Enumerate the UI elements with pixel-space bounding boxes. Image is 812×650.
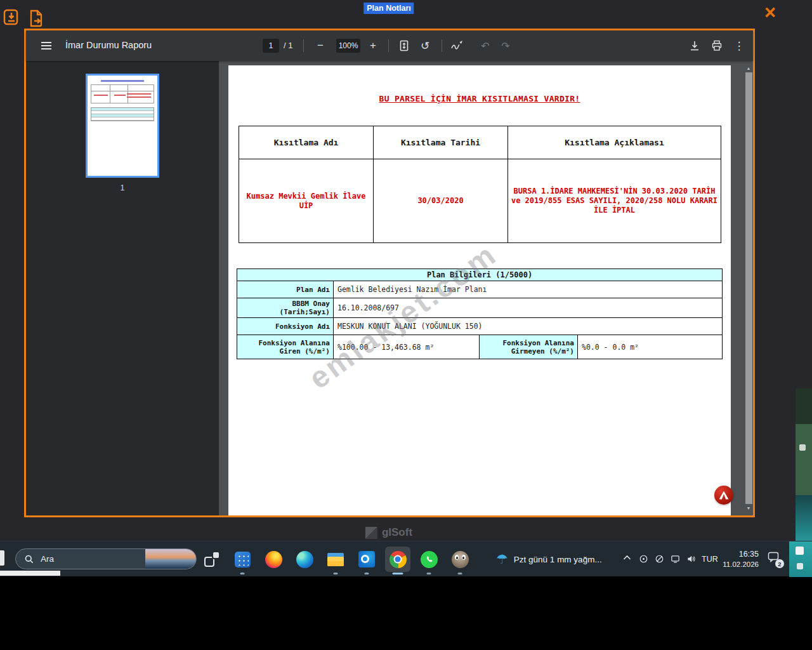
vertical-scrollbar[interactable]: ▲ ▼ (745, 65, 752, 512)
zoom-level[interactable]: 100% (336, 39, 360, 53)
close-icon[interactable]: × (760, 1, 780, 24)
fit-page-icon[interactable] (395, 37, 413, 55)
viewer-body: 1 BU PARSEL İÇİN İMAR KISITLAMASI VARDIR… (26, 61, 753, 515)
weather-widget[interactable]: ☂ Pzt günü 1 mm yağm... (496, 548, 602, 571)
map-marker-icon (799, 444, 806, 451)
row-value: Gemlik Belediyesi Nazım İmar Planı (334, 281, 723, 298)
annotate-pen-icon[interactable] (448, 37, 466, 55)
plan-info-table: Plan Bilgileri (1/5000) Plan Adı Gemlik … (237, 269, 723, 359)
restriction-description: BURSA 1.İDARE MAHKEMESİ'NİN 30.03.2020 T… (508, 159, 721, 243)
weather-text: Pzt günü 1 mm yağm... (514, 555, 602, 564)
pdf-toolbar: İmar Durumu Raporu 1 / 1 − 100% + ↺ (26, 30, 753, 61)
edge-icon (296, 551, 313, 568)
pdf-page: BU PARSEL İÇİN İMAR KISITLAMASI VARDIR! … (228, 65, 731, 515)
taskbar-search[interactable]: Ara (15, 548, 197, 569)
zoom-out-button[interactable]: − (311, 37, 329, 55)
scroll-up-icon[interactable]: ▲ (747, 65, 751, 72)
column-header: Kısıtlama Tarihi (374, 126, 508, 159)
search-icon (24, 554, 34, 564)
zoom-in-button[interactable]: + (364, 37, 382, 55)
outlook-button[interactable] (354, 547, 379, 572)
map-control-icon (797, 563, 803, 569)
map-fragment (796, 388, 812, 424)
chrome-button[interactable] (385, 547, 410, 572)
umbrella-icon: ☂ (496, 552, 508, 567)
whatsapp-button[interactable] (416, 547, 442, 572)
task-view-button[interactable] (199, 547, 224, 572)
edge-button[interactable] (292, 547, 317, 572)
security-icon[interactable] (638, 554, 648, 564)
document-area: BU PARSEL İÇİN İMAR KISITLAMASI VARDIR! … (219, 61, 753, 515)
rotate-icon[interactable]: ↺ (416, 37, 434, 55)
restriction-name: Kumsaz Mevkii Gemlik İlave UİP (239, 159, 374, 243)
ms-apps-button[interactable] (230, 547, 255, 572)
column-header: Kısıtlama Adı (239, 126, 374, 159)
search-label: Ara (41, 554, 145, 564)
thumbnail-sidebar: 1 (26, 61, 219, 515)
display-icon[interactable] (670, 554, 680, 564)
notification-count-badge: 2 (775, 559, 784, 568)
toolbar-right-cluster: ⋮ (686, 37, 748, 55)
gisoft-logo-icon (365, 527, 377, 539)
page-total-label: / 1 (284, 41, 292, 50)
gisoft-label: gISoft (382, 526, 412, 539)
time-label: 16:35 (718, 549, 759, 560)
taskbar-apps (199, 547, 473, 572)
redo-icon[interactable]: ↷ (497, 37, 514, 55)
map-fragment (789, 541, 812, 577)
download-tray-icon[interactable] (3, 8, 20, 29)
row-value: %0.0 - 0.0 m² (578, 335, 723, 359)
restriction-table: Kısıtlama Adı Kısıtlama Tarihi Kısıtlama… (239, 126, 721, 243)
map-control-icon (796, 547, 804, 555)
scroll-down-icon[interactable]: ▼ (747, 505, 751, 512)
row-label: Plan Adı (237, 281, 334, 298)
map-fragment (796, 495, 812, 541)
outlook-icon (358, 551, 375, 567)
page-overlay: Plan Notları × İmar Durumu Raporu 1 / 1 … (0, 0, 812, 541)
restriction-date: 30/03/2020 (374, 159, 508, 243)
search-highlight-image (145, 549, 196, 569)
ms-grid-icon (235, 552, 251, 567)
date-label: 11.02.2026 (718, 560, 759, 570)
download-icon[interactable] (686, 37, 704, 55)
page-title: Plan Notları (363, 3, 414, 14)
volume-icon[interactable] (686, 554, 696, 564)
map-fragment (796, 424, 812, 495)
table-header-row: Kısıtlama Adı Kısıtlama Tarihi Kısıtlama… (239, 126, 721, 159)
scrollbar-thumb[interactable] (745, 72, 752, 504)
row-label: Fonksiyon Alanına Girmeyen (%/m²) (480, 335, 578, 359)
language-indicator[interactable]: TUR (702, 555, 718, 564)
thumbnail-page-number: 1 (121, 183, 125, 192)
adobe-acrobat-icon[interactable] (714, 486, 733, 505)
notification-center-button[interactable]: 2 (768, 552, 787, 569)
firefox-icon (265, 551, 282, 568)
horizontal-scrollbar-fragment[interactable] (0, 571, 60, 576)
taskbar: Ara (0, 541, 812, 576)
page-number-input[interactable]: 1 (263, 39, 279, 53)
menu-icon[interactable] (36, 36, 56, 56)
folder-icon (327, 553, 344, 566)
pdf-viewer-modal: İmar Durumu Raporu 1 / 1 − 100% + ↺ (24, 29, 755, 517)
page-thumbnail[interactable] (86, 74, 159, 178)
undo-icon[interactable]: ↶ (476, 37, 494, 55)
table-row: Kumsaz Mevkii Gemlik İlave UİP 30/03/202… (239, 159, 721, 243)
gimp-button[interactable] (447, 547, 473, 572)
task-view-icon (204, 552, 219, 567)
document-title: İmar Durumu Raporu (65, 40, 152, 50)
firefox-button[interactable] (261, 547, 286, 572)
row-label: BBBM Onay (Tarih;Sayı) (237, 298, 334, 318)
screen: Plan Notları × İmar Durumu Raporu 1 / 1 … (0, 0, 812, 650)
whatsapp-icon (421, 551, 438, 568)
gisoft-brand: gISoft (365, 526, 412, 539)
taskbar-clock[interactable]: 16:35 11.02.2026 (718, 549, 759, 569)
print-icon[interactable] (708, 37, 726, 55)
restriction-warning-heading: BU PARSEL İÇİN İMAR KISITLAMASI VARDIR! (228, 94, 731, 103)
network-offline-icon[interactable] (654, 554, 664, 564)
tray-chevron-up-icon[interactable] (623, 555, 631, 560)
system-tray (638, 554, 696, 564)
more-options-icon[interactable]: ⋮ (730, 37, 748, 55)
edge-fragment-icon (0, 550, 4, 566)
file-explorer-button[interactable] (323, 547, 348, 572)
column-header: Kısıtlama Açıklaması (508, 126, 721, 159)
gimp-icon (452, 551, 469, 568)
